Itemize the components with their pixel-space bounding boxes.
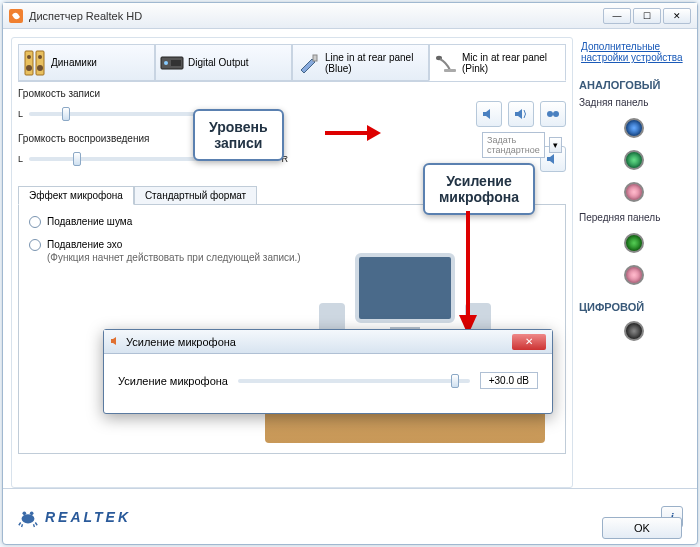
jack-green[interactable]: [624, 150, 644, 170]
echo-suppression-label: Подавление эхо: [47, 238, 301, 251]
mic-boost-label: Усиление микрофона: [118, 375, 228, 387]
svg-rect-1: [36, 51, 44, 75]
dialog-close-button[interactable]: ✕: [512, 334, 546, 350]
dropdown-arrow-icon[interactable]: ▾: [549, 137, 562, 153]
tab-mic-effect[interactable]: Эффект микрофона: [18, 186, 134, 205]
device-tabs: Динамики Digital Output Line in at rear …: [18, 44, 566, 82]
rear-panel-label: Задняя панель: [579, 97, 689, 108]
app-window: Диспетчер Realtek HD — ☐ ✕ Динамики: [2, 2, 698, 545]
svg-point-12: [547, 111, 553, 117]
svg-point-13: [553, 111, 559, 117]
mic-boost-value: +30.0 dB: [480, 372, 538, 389]
speaker-icon: [110, 335, 122, 349]
digital-output-icon: [160, 51, 184, 75]
noise-suppression-option[interactable]: Подавление шума: [29, 215, 555, 228]
jack-pink[interactable]: [624, 182, 644, 202]
svg-point-5: [37, 65, 43, 71]
mic-boost-dialog: Усиление микрофона ✕ Усиление микрофона …: [103, 329, 553, 414]
advanced-settings-link[interactable]: Дополнительные настройки устройства: [579, 37, 689, 67]
tab-label: Mic in at rear panel (Pink): [462, 52, 561, 74]
tab-mic-in[interactable]: Mic in at rear panel (Pink): [429, 44, 566, 81]
svg-point-7: [164, 61, 168, 65]
mic-boost-slider[interactable]: [238, 379, 470, 383]
realtek-logo: REALTEK: [17, 506, 131, 528]
svg-rect-9: [313, 55, 317, 61]
radio-icon: [29, 216, 41, 228]
close-button[interactable]: ✕: [663, 8, 691, 24]
main-panel: Динамики Digital Output Line in at rear …: [11, 37, 573, 488]
speakers-icon: [23, 51, 47, 75]
mute-record-button[interactable]: [476, 101, 502, 127]
svg-point-4: [26, 65, 32, 71]
tab-label: Line in at rear panel (Blue): [325, 52, 424, 74]
jack-front-green[interactable]: [624, 233, 644, 253]
advanced-button[interactable]: [540, 101, 566, 127]
noise-suppression-label: Подавление шума: [47, 215, 132, 228]
app-icon: [9, 9, 23, 23]
svg-rect-11: [444, 69, 456, 72]
tab-digital-output[interactable]: Digital Output: [155, 44, 292, 81]
maximize-button[interactable]: ☐: [633, 8, 661, 24]
svg-point-2: [27, 55, 31, 59]
window-controls: — ☐ ✕: [603, 8, 691, 24]
svg-point-14: [22, 514, 35, 523]
boost-button[interactable]: [508, 101, 534, 127]
jack-blue[interactable]: [624, 118, 644, 138]
svg-point-15: [23, 511, 27, 515]
tab-standard-format[interactable]: Стандартный формат: [134, 186, 257, 205]
callout-mic-boost: Усиление микрофона: [423, 163, 535, 215]
footer: REALTEK i OK: [3, 488, 697, 544]
window-title: Диспетчер Realtek HD: [29, 10, 603, 22]
jack-digital[interactable]: [624, 321, 644, 341]
default-device-label: Задать стандартное: [482, 132, 545, 158]
line-in-icon: [297, 51, 321, 75]
tab-speakers[interactable]: Динамики: [18, 44, 155, 81]
jack-front-pink[interactable]: [624, 265, 644, 285]
titlebar: Диспетчер Realtek HD — ☐ ✕: [3, 3, 697, 29]
svg-point-3: [38, 55, 42, 59]
record-volume-row: Громкость записи L R: [18, 88, 566, 127]
channel-left: L: [18, 109, 23, 119]
record-volume-slider[interactable]: [29, 112, 211, 116]
record-volume-label: Громкость записи: [18, 88, 566, 99]
radio-icon: [29, 239, 41, 251]
minimize-button[interactable]: —: [603, 8, 631, 24]
brand-text: REALTEK: [45, 509, 131, 525]
echo-suppression-note: (Функция начнет действовать при следующе…: [47, 251, 301, 264]
dialog-titlebar: Усиление микрофона ✕: [104, 330, 552, 354]
svg-point-16: [30, 511, 34, 515]
digital-header: ЦИФРОВОЙ: [579, 301, 689, 313]
default-device-dropdown: Задать стандартное ▾: [482, 132, 562, 158]
analog-header: АНАЛОГОВЫЙ: [579, 79, 689, 91]
side-panel: Дополнительные настройки устройства АНАЛ…: [579, 37, 689, 488]
svg-rect-8: [171, 60, 181, 66]
crab-icon: [17, 506, 39, 528]
callout-record-level: Уровень записи: [193, 109, 284, 161]
mic-icon: [434, 51, 458, 75]
dialog-title: Усиление микрофона: [126, 336, 512, 348]
tab-label: Динамики: [51, 57, 97, 68]
ok-button[interactable]: OK: [602, 517, 682, 539]
svg-rect-0: [25, 51, 33, 75]
tab-label: Digital Output: [188, 57, 249, 68]
tab-line-in[interactable]: Line in at rear panel (Blue): [292, 44, 429, 81]
channel-left: L: [18, 154, 23, 164]
front-panel-label: Передняя панель: [579, 212, 689, 223]
